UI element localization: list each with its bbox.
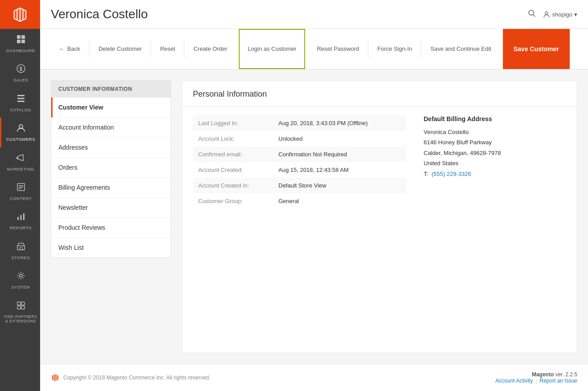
sidebar-item-customers[interactable]: CUSTOMERS — [0, 118, 40, 147]
sidebar-item-stores-label: STORES — [12, 255, 30, 260]
back-arrow-icon: ← — [59, 45, 65, 53]
info-label-account-created: Account Created: — [198, 167, 278, 173]
customer-view-panel: Personal Information Last Logged In: Aug… — [182, 80, 577, 353]
save-customer-button[interactable]: Save Customer — [503, 29, 570, 69]
header-right: shopigo ▾ — [528, 9, 577, 20]
create-order-button[interactable]: Create Order — [185, 29, 235, 69]
login-as-customer-button[interactable]: Login as Customer — [239, 29, 305, 69]
nav-item-wish-list-label: Wish List — [58, 244, 84, 251]
svg-point-26 — [545, 12, 548, 15]
svg-rect-14 — [19, 188, 21, 189]
login-as-customer-label: Login as Customer — [248, 45, 296, 53]
sidebar-item-dashboard-label: DASHBOARD — [6, 48, 35, 53]
nav-item-newsletter[interactable]: Newsletter — [51, 198, 171, 218]
nav-item-billing-agreements[interactable]: Billing Agreements — [51, 178, 171, 198]
sidebar-item-find-partners[interactable]: FIND PARTNERS & EXTENSIONS — [0, 295, 40, 329]
dashboard-icon — [16, 34, 26, 46]
info-value-account-created-in: Default Store View — [278, 182, 326, 189]
sidebar-item-dashboard[interactable]: DASHBOARD — [0, 29, 40, 58]
customer-info-nav: CUSTOMER INFORMATION Customer View Accou… — [51, 80, 171, 258]
svg-text:$: $ — [19, 66, 22, 72]
sidebar-item-find-partners-label: FIND PARTNERS & EXTENSIONS — [3, 314, 38, 323]
sales-icon: $ — [16, 64, 26, 76]
svg-rect-23 — [17, 306, 20, 309]
find-partners-icon — [16, 301, 26, 313]
svg-rect-13 — [19, 187, 23, 187]
sidebar-item-catalog-label: CATALOG — [10, 107, 32, 112]
info-value-customer-group: General — [278, 198, 299, 204]
svg-rect-24 — [21, 306, 24, 309]
sidebar-item-reports[interactable]: REPORTS — [0, 206, 40, 236]
footer-right: Magento ver. 2.2.5 Account Activity | Re… — [495, 371, 577, 384]
force-signin-label: Force Sign-In — [377, 45, 412, 53]
info-label-customer-group: Customer Group: — [198, 198, 278, 204]
svg-rect-0 — [17, 35, 20, 39]
nav-item-product-reviews[interactable]: Product Reviews — [51, 218, 171, 238]
svg-rect-16 — [20, 215, 21, 220]
toolbar-separator-3 — [184, 40, 184, 58]
info-row-account-created: Account Created: Aug 15, 2018, 12:43:58 … — [193, 162, 406, 178]
account-activity-link[interactable]: Account Activity — [495, 378, 533, 384]
billing-phone-line: T: (555) 229-3326 — [424, 169, 566, 179]
svg-point-9 — [19, 125, 23, 128]
nav-item-billing-agreements-label: Billing Agreements — [58, 184, 110, 191]
reports-icon — [16, 212, 26, 224]
toolbar-separator-4 — [368, 40, 368, 58]
reset-button[interactable]: Reset — [152, 29, 183, 69]
nav-item-addresses[interactable]: Addresses — [51, 138, 171, 158]
svg-rect-8 — [17, 101, 24, 102]
sidebar-item-stores[interactable]: STORES — [0, 236, 40, 265]
search-button[interactable] — [528, 9, 536, 20]
sidebar-item-system-label: SYSTEM — [11, 285, 30, 289]
nav-item-account-information-label: Account Information — [58, 124, 114, 131]
back-button[interactable]: ← Back — [51, 29, 88, 69]
user-menu-button[interactable]: shopigo ▾ — [543, 11, 577, 18]
sidebar-item-catalog[interactable]: CATALOG — [0, 88, 40, 118]
billing-city-state-zip: Calder, Michigan, 49628-7978 — [424, 148, 566, 158]
nav-item-orders[interactable]: Orders — [51, 158, 171, 178]
save-continue-button[interactable]: Save and Continue Edit — [422, 29, 499, 69]
magento-version: Magento ver. 2.2.5 — [495, 371, 577, 378]
main-content: Veronica Costello shopigo ▾ ← Back Delet… — [40, 0, 588, 391]
reset-label: Reset — [160, 45, 175, 53]
billing-phone[interactable]: (555) 229-3326 — [432, 171, 471, 177]
sidebar-item-content[interactable]: CONTENT — [0, 177, 40, 206]
sidebar-item-content-label: CONTENT — [10, 196, 32, 201]
nav-item-account-information[interactable]: Account Information — [51, 118, 171, 138]
delete-customer-button[interactable]: Delete Customer — [90, 29, 150, 69]
billing-country: United States — [424, 158, 566, 168]
info-row-confirmed-email: Confirmed email: Confirmation Not Requir… — [193, 147, 406, 162]
sidebar-item-system[interactable]: SYSTEM — [0, 265, 40, 295]
nav-item-wish-list[interactable]: Wish List — [51, 238, 171, 257]
sidebar-item-sales[interactable]: $ SALES — [0, 58, 40, 88]
action-bar: ← Back Delete Customer Reset Create Orde… — [40, 29, 588, 69]
billing-street: 6146 Honey Bluff Parkway — [424, 137, 566, 147]
logo[interactable] — [0, 0, 40, 29]
toolbar-separator-1 — [89, 40, 90, 58]
svg-rect-10 — [16, 157, 18, 159]
info-label-confirmed-email: Confirmed email: — [198, 151, 278, 158]
info-value-last-logged: Aug 20, 2018, 3:43:03 PM (Offline) — [278, 120, 368, 126]
force-signin-button[interactable]: Force Sign-In — [369, 29, 420, 69]
info-label-account-created-in: Account Created in: — [198, 182, 278, 189]
info-label-account-lock: Account Lock: — [198, 135, 278, 142]
back-label: Back — [67, 45, 80, 53]
nav-item-product-reviews-label: Product Reviews — [58, 224, 105, 231]
info-value-account-lock: Unlocked — [278, 135, 302, 142]
user-dropdown-arrow: ▾ — [574, 11, 577, 18]
sidebar-item-customers-label: CUSTOMERS — [6, 137, 35, 142]
svg-rect-1 — [21, 35, 25, 39]
reset-password-button[interactable]: Reset Password — [309, 29, 367, 69]
footer-links: Account Activity | Report an Issue — [495, 378, 577, 384]
sidebar-item-marketing[interactable]: MARKETING — [0, 147, 40, 177]
user-name: shopigo — [552, 11, 572, 18]
stores-icon — [16, 241, 26, 253]
marketing-icon — [16, 153, 26, 165]
billing-title: Default Billing Address — [424, 115, 566, 122]
report-issue-link[interactable]: Report an Issue — [539, 378, 577, 384]
info-value-confirmed-email: Confirmation Not Required — [278, 151, 347, 158]
create-order-label: Create Order — [193, 45, 227, 53]
nav-item-customer-view[interactable]: Customer View — [51, 98, 171, 118]
customers-icon — [16, 123, 26, 135]
info-value-account-created: Aug 15, 2018, 12:43:58 AM — [278, 167, 349, 173]
